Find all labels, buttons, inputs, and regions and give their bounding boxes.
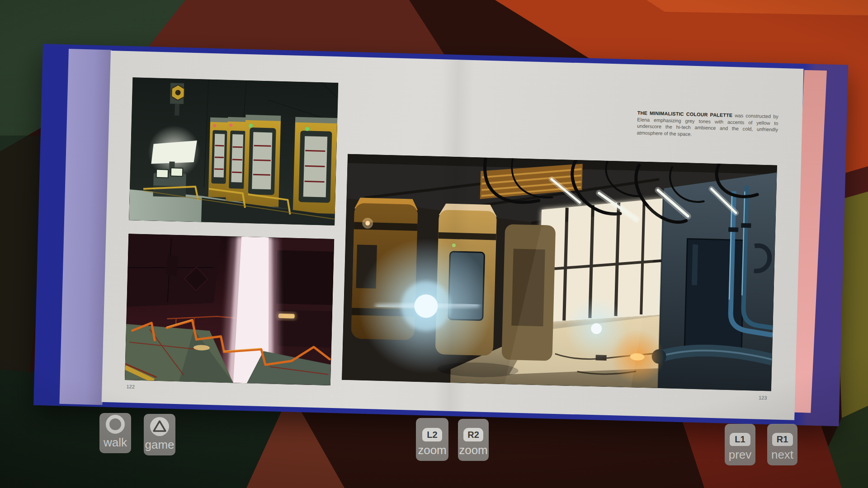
next-page-label: next: [771, 448, 793, 461]
r1-badge: R1: [772, 433, 793, 446]
l1-badge: L1: [730, 433, 750, 446]
artwork-blue-corridor: [342, 154, 777, 391]
walk-button[interactable]: walk: [99, 413, 131, 453]
circle-button-icon: [106, 415, 125, 434]
next-page-button[interactable]: R1 next: [767, 424, 797, 465]
zoom-r2-button[interactable]: R2 zoom: [458, 419, 489, 461]
artwork-red-corridor: [125, 234, 334, 385]
game-button-label: game: [145, 438, 174, 451]
page-number-left: 122: [126, 384, 135, 389]
r2-badge: R2: [463, 428, 483, 441]
zoom-l2-button[interactable]: L2 zoom: [416, 418, 448, 461]
zoom-l2-label: zoom: [418, 444, 447, 456]
prev-page-button[interactable]: L1 prev: [725, 424, 755, 465]
book-page-spread: THE MINIMALISTIC COLOUR PALETTE was cons…: [102, 51, 804, 420]
zoom-r2-label: zoom: [459, 444, 488, 456]
artwork-storage-pods: [129, 77, 338, 225]
l2-badge: L2: [422, 428, 442, 441]
triangle-button-icon: [150, 417, 169, 436]
game-button[interactable]: game: [144, 414, 175, 455]
walk-button-label: walk: [104, 436, 127, 449]
game-screen: THE MINIMALISTIC COLOUR PALETTE was cons…: [0, 0, 868, 488]
page-number-right: 123: [759, 395, 767, 400]
prev-page-label: prev: [729, 448, 752, 461]
caption-text: THE MINIMALISTIC COLOUR PALETTE was cons…: [637, 110, 778, 140]
